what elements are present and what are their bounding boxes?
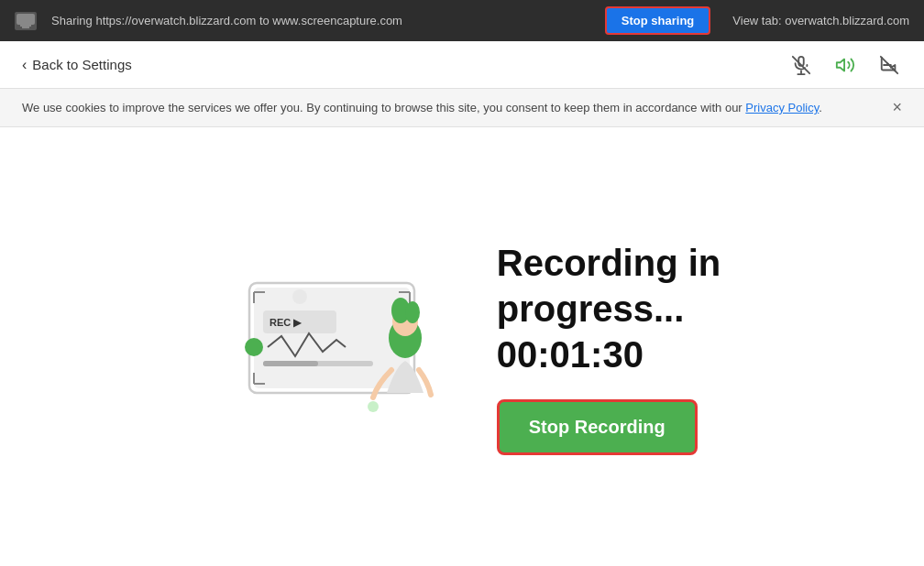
sharing-icon (15, 12, 37, 30)
svg-rect-1 (20, 25, 31, 27)
cookie-text: We use cookies to improve the services w… (22, 101, 822, 114)
cookie-banner: We use cookies to improve the services w… (0, 89, 924, 127)
main-content: REC ▶ (0, 127, 924, 566)
svg-marker-5 (837, 59, 844, 71)
recording-info: Recording in progress... 00:01:30 Stop R… (497, 240, 720, 455)
top-sharing-bar: Sharing https://overwatch.blizzard.com t… (0, 0, 924, 41)
microphone-icon[interactable] (788, 52, 814, 78)
svg-rect-0 (16, 14, 35, 25)
svg-rect-2 (22, 27, 29, 28)
camera-off-icon[interactable] (876, 52, 902, 78)
speaker-icon[interactable] (832, 52, 858, 78)
svg-point-19 (405, 301, 420, 323)
svg-rect-13 (263, 361, 318, 366)
recording-illustration: REC ▶ (204, 265, 442, 430)
back-to-settings-link[interactable]: ‹ Back to Settings (22, 57, 132, 73)
back-chevron-icon: ‹ (22, 57, 27, 73)
svg-point-10 (245, 338, 263, 356)
stop-sharing-button[interactable]: Stop sharing (605, 6, 710, 35)
svg-point-14 (368, 401, 379, 412)
cookie-close-button[interactable]: × (892, 98, 902, 117)
privacy-policy-link[interactable]: Privacy Policy (745, 101, 819, 114)
svg-point-17 (292, 289, 307, 304)
nav-icons (788, 52, 902, 78)
sharing-text: Sharing https://overwatch.blizzard.com t… (51, 14, 590, 27)
stop-recording-button[interactable]: Stop Recording (497, 399, 698, 455)
back-label: Back to Settings (32, 57, 131, 72)
recording-title: Recording in progress... 00:01:30 (497, 240, 720, 377)
view-tab-text: View tab: overwatch.blizzard.com (732, 14, 909, 27)
nav-bar: ‹ Back to Settings (0, 41, 924, 89)
svg-text:REC ▶: REC ▶ (270, 317, 302, 328)
